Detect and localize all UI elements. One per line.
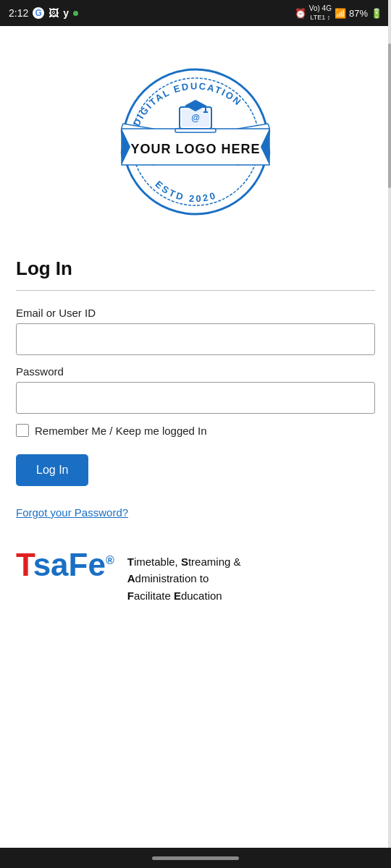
status-bar: 2:12 G 🖼 у ⏰ Vo) 4GLTE1 ↕ 📶 87% 🔋	[0, 0, 391, 26]
svg-rect-13	[205, 106, 206, 111]
password-group: Password	[16, 365, 375, 414]
dot-indicator	[73, 11, 78, 16]
status-right: ⏰ Vo) 4GLTE1 ↕ 📶 87% 🔋	[295, 4, 382, 22]
alarm-icon: ⏰	[295, 8, 306, 19]
scrollbar-thumb[interactable]	[388, 43, 391, 188]
battery-icon: 🔋	[371, 8, 382, 19]
tsafe-registered: ®	[106, 554, 114, 566]
login-title: Log In	[16, 258, 375, 280]
email-input[interactable]	[16, 323, 375, 355]
y-icon: у	[63, 7, 69, 19]
svg-rect-11	[175, 129, 216, 132]
status-left: 2:12 G 🖼 у	[9, 7, 78, 19]
scrollbar[interactable]	[388, 0, 391, 868]
form-divider	[16, 290, 375, 291]
remember-row: Remember Me / Keep me logged In	[16, 424, 375, 437]
battery-display: 87%	[349, 8, 368, 19]
password-input[interactable]	[16, 382, 375, 414]
forgot-password-link[interactable]: Forgot your Password?	[16, 506, 128, 519]
remember-checkbox[interactable]	[16, 424, 29, 437]
gallery-icon: 🖼	[49, 7, 59, 19]
remember-label: Remember Me / Keep me logged In	[35, 425, 207, 437]
svg-rect-14	[203, 111, 208, 113]
main-content: YOUR LOGO HERE DIGITAL EDUCATION ESTD 20…	[0, 26, 391, 633]
brand-logo: YOUR LOGO HERE DIGITAL EDUCATION ESTD 20…	[116, 62, 275, 221]
tsafe-t-letter: T	[16, 547, 33, 582]
email-label: Email or User ID	[16, 307, 375, 319]
tsafe-tagline: Timetable, Streaming & Administration to…	[127, 549, 241, 604]
tsafe-logo: TsaFe®	[16, 549, 114, 581]
email-group: Email or User ID	[16, 307, 375, 355]
login-section: Log In Email or User ID Password Remembe…	[16, 258, 375, 604]
svg-text:@: @	[191, 113, 200, 123]
network-info: Vo) 4GLTE1 ↕	[309, 4, 332, 22]
logo-area: YOUR LOGO HERE DIGITAL EDUCATION ESTD 20…	[16, 41, 375, 250]
time-display: 2:12	[9, 7, 28, 19]
bottom-bar	[0, 848, 391, 868]
svg-text:YOUR LOGO HERE: YOUR LOGO HERE	[130, 142, 260, 156]
tsafe-branding: TsaFe® Timetable, Streaming & Administra…	[16, 549, 375, 604]
tsafe-safe-letters: saFe	[33, 547, 106, 582]
google-icon: G	[33, 7, 44, 19]
signal-icon: 📶	[335, 8, 346, 19]
login-button[interactable]: Log In	[16, 454, 88, 486]
password-label: Password	[16, 365, 375, 378]
bottom-handle	[152, 856, 239, 860]
